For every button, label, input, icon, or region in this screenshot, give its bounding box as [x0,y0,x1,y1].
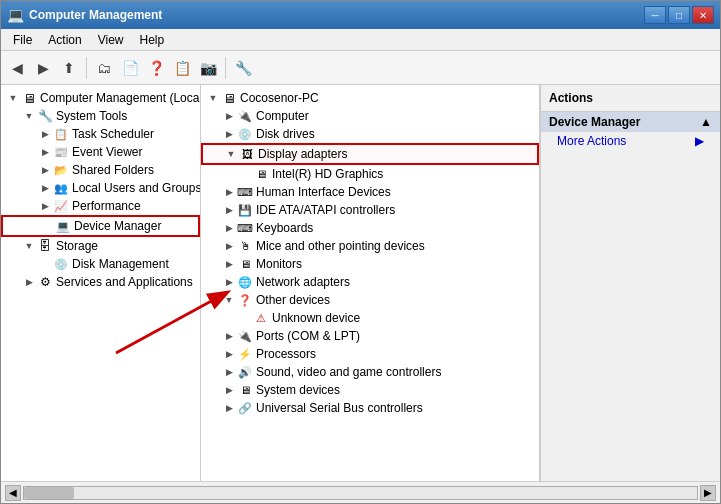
expander-ide[interactable]: ▶ [221,202,237,218]
expander-other[interactable]: ▼ [221,292,237,308]
expander-shared-folders[interactable]: ▶ [37,162,53,178]
expander-event-viewer[interactable]: ▶ [37,144,53,160]
expander-keyboards[interactable]: ▶ [221,220,237,236]
device-item-disk-drives[interactable]: ▶ Disk drives [201,125,539,143]
expander-network[interactable]: ▶ [221,274,237,290]
list-button[interactable]: 📋 [170,56,194,80]
scroll-left-button[interactable]: ◀ [5,485,21,501]
device-item-unknown[interactable]: Unknown device [201,309,539,327]
up-button[interactable]: ⬆ [57,56,81,80]
menu-view[interactable]: View [90,31,132,49]
tree-label-processors: Processors [256,347,316,361]
tree-item-shared-folders[interactable]: ▶ Shared Folders [1,161,200,179]
expander-storage[interactable]: ▼ [21,238,37,254]
help-button[interactable]: ❓ [144,56,168,80]
expander-computer[interactable]: ▶ [221,108,237,124]
extra-button[interactable]: 🔧 [231,56,255,80]
properties-button[interactable]: 📄 [118,56,142,80]
action-group-chevron: ▲ [700,115,712,129]
expander-device-manager [39,218,55,234]
services-icon [37,274,53,290]
device-item-other[interactable]: ▼ Other devices [201,291,539,309]
device-item-intel-hd[interactable]: Intel(R) HD Graphics [201,165,539,183]
expander-hid[interactable]: ▶ [221,184,237,200]
perf-icon [53,198,69,214]
tree-item-event-viewer[interactable]: ▶ Event Viewer [1,143,200,161]
monitors-icon [237,256,253,272]
tree-label-services-apps: Services and Applications [56,275,193,289]
tree-item-device-manager[interactable]: Device Manager [1,215,200,237]
action-more-actions-label: More Actions [557,134,626,148]
expander-task-sched[interactable]: ▶ [37,126,53,142]
action-group-label: Device Manager [549,115,640,129]
tree-label-computer: Computer [256,109,309,123]
device-item-monitors[interactable]: ▶ Monitors [201,255,539,273]
expander-disk-drives[interactable]: ▶ [221,126,237,142]
device-item-display-adapters[interactable]: ▼ Display adapters [201,143,539,165]
expander-local-users[interactable]: ▶ [37,180,53,196]
expander-system-devices[interactable]: ▶ [221,382,237,398]
forward-button[interactable]: ▶ [31,56,55,80]
action-more-actions[interactable]: More Actions ▶ [541,132,720,150]
usb-icon [237,400,253,416]
tree-item-task-sched[interactable]: ▶ Task Scheduler [1,125,200,143]
expander-monitors[interactable]: ▶ [221,256,237,272]
tree-label-monitors: Monitors [256,257,302,271]
back-button[interactable]: ◀ [5,56,29,80]
detail-button[interactable]: 📷 [196,56,220,80]
menu-help[interactable]: Help [132,31,173,49]
minimize-button[interactable]: ─ [644,6,666,24]
expander-system-tools[interactable]: ▼ [21,108,37,124]
show-hide-button[interactable]: 🗂 [92,56,116,80]
tree-label-storage: Storage [56,239,98,253]
device-item-keyboards[interactable]: ▶ Keyboards [201,219,539,237]
expander-comp-mgmt[interactable]: ▼ [5,90,21,106]
device-item-network[interactable]: ▶ Network adapters [201,273,539,291]
action-group-device-manager[interactable]: Device Manager ▲ [541,112,720,132]
device-item-computer[interactable]: ▶ Computer [201,107,539,125]
device-item-root[interactable]: ▼ Cocosenor-PC [201,89,539,107]
device-item-usb[interactable]: ▶ Universal Serial Bus controllers [201,399,539,417]
device-item-system-devices[interactable]: ▶ System devices [201,381,539,399]
root-computer-icon [221,90,237,106]
other-icon [237,292,253,308]
left-panel: ▼ Computer Management (Local ▼ System To… [1,85,201,481]
device-item-ports[interactable]: ▶ Ports (COM & LPT) [201,327,539,345]
expander-root[interactable]: ▼ [205,90,221,106]
scrollbar-thumb[interactable] [24,487,74,499]
expander-mice[interactable]: ▶ [221,238,237,254]
device-item-hid[interactable]: ▶ Human Interface Devices [201,183,539,201]
tree-label-network: Network adapters [256,275,350,289]
close-button[interactable]: ✕ [692,6,714,24]
expander-ports[interactable]: ▶ [221,328,237,344]
device-item-sound[interactable]: ▶ Sound, video and game controllers [201,363,539,381]
maximize-button[interactable]: □ [668,6,690,24]
menu-action[interactable]: Action [40,31,89,49]
tree-label-sound: Sound, video and game controllers [256,365,441,379]
main-area: ▼ Computer Management (Local ▼ System To… [1,85,720,481]
expander-display-adapters[interactable]: ▼ [223,146,239,162]
device-item-ide[interactable]: ▶ IDE ATA/ATAPI controllers [201,201,539,219]
menu-file[interactable]: File [5,31,40,49]
right-panel: Actions Device Manager ▲ More Actions ▶ [540,85,720,481]
tree-item-storage[interactable]: ▼ Storage [1,237,200,255]
scroll-right-button[interactable]: ▶ [700,485,716,501]
tree-label-display-adapters: Display adapters [258,147,347,161]
horizontal-scrollbar[interactable] [23,486,698,500]
device-item-mice[interactable]: ▶ Mice and other pointing devices [201,237,539,255]
tree-item-disk-mgmt[interactable]: Disk Management [1,255,200,273]
expander-services-apps[interactable]: ▶ [21,274,37,290]
tree-item-performance[interactable]: ▶ Performance [1,197,200,215]
device-item-processors[interactable]: ▶ Processors [201,345,539,363]
tree-item-local-users[interactable]: ▶ Local Users and Groups [1,179,200,197]
tree-item-comp-mgmt[interactable]: ▼ Computer Management (Local [1,89,200,107]
expander-performance[interactable]: ▶ [37,198,53,214]
tree-label-device-manager: Device Manager [74,219,161,233]
tree-item-services-apps[interactable]: ▶ Services and Applications [1,273,200,291]
actions-header: Actions [541,85,720,112]
hid-icon [237,184,253,200]
tree-item-system-tools[interactable]: ▼ System Tools [1,107,200,125]
expander-sound[interactable]: ▶ [221,364,237,380]
expander-processors[interactable]: ▶ [221,346,237,362]
expander-usb[interactable]: ▶ [221,400,237,416]
